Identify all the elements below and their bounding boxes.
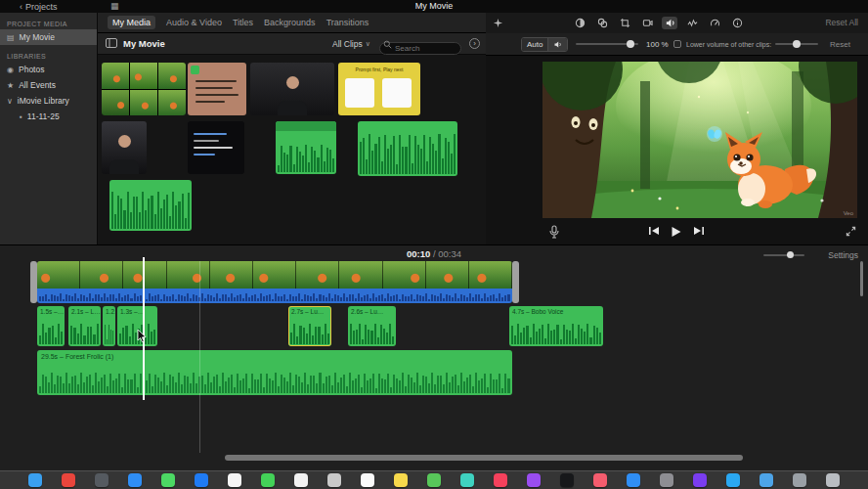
- media-thumbnail-document[interactable]: [188, 63, 246, 115]
- next-frame-button[interactable]: [693, 226, 705, 236]
- audio-clip-1[interactable]: 1.5s –…: [37, 306, 65, 346]
- tab-audio-video[interactable]: Audio & Video: [166, 18, 222, 27]
- dock: [0, 470, 868, 489]
- audio-clip-3[interactable]: 1.2…: [103, 306, 115, 346]
- volume-slider-knob[interactable]: [627, 40, 634, 48]
- timeline-header: 00:10 / 00:34 Settings: [0, 245, 868, 262]
- media-thumbnail-audio-waveform[interactable]: [358, 121, 457, 176]
- sidebar-item-imovie-library[interactable]: ∨ iMovie Library: [0, 93, 97, 109]
- dock-app-mail[interactable]: [195, 473, 208, 487]
- info-icon[interactable]: [729, 17, 745, 29]
- color-correction-icon[interactable]: [594, 17, 610, 29]
- sidebar-item-my-movie[interactable]: ▤ My Movie: [0, 29, 97, 45]
- arrow-circle-icon[interactable]: ›: [469, 38, 480, 49]
- lower-volume-label: Lower volume of other clips:: [686, 41, 771, 48]
- waveform: [511, 322, 601, 344]
- dock-app-downloads[interactable]: [793, 473, 806, 487]
- tab-transitions[interactable]: Transitions: [326, 18, 369, 27]
- play-button[interactable]: [670, 226, 682, 238]
- fullscreen-icon[interactable]: [846, 226, 856, 237]
- timeline-settings-button[interactable]: Settings: [828, 250, 858, 260]
- dock-app-keynote[interactable]: [726, 473, 740, 487]
- reset-button[interactable]: Reset: [830, 40, 850, 49]
- dock-app-notes[interactable]: [394, 473, 408, 487]
- dock-app-finder[interactable]: [28, 473, 42, 487]
- previous-frame-button[interactable]: [648, 226, 660, 236]
- horizontal-scrollbar[interactable]: [225, 455, 743, 461]
- color-balance-icon[interactable]: [572, 17, 587, 29]
- dock-app-find-my[interactable]: [460, 473, 474, 487]
- timeline: 00:10 / 00:34 Settings 1.5s –… 2.1s – L……: [0, 244, 868, 470]
- reset-all-button[interactable]: Reset All: [825, 18, 858, 27]
- dock-app-maps[interactable]: [427, 473, 441, 487]
- media-thumbnail-presenter-portrait[interactable]: [102, 121, 147, 174]
- clip-size-slider-knob[interactable]: [787, 251, 794, 258]
- dock-app-folder[interactable]: [760, 473, 773, 487]
- browser-event-title: My Movie: [123, 38, 165, 49]
- dock-app-imovie[interactable]: [693, 473, 707, 487]
- volume-slider[interactable]: [576, 37, 638, 50]
- dock-app-calendar[interactable]: [294, 473, 308, 487]
- dock-app-trash[interactable]: [826, 473, 840, 487]
- speed-icon[interactable]: [707, 17, 722, 29]
- auto-label[interactable]: Auto: [522, 38, 547, 51]
- speaker-icon[interactable]: [547, 38, 567, 51]
- microphone-icon[interactable]: [548, 225, 560, 239]
- photos-icon: ◉: [7, 66, 14, 74]
- sidebar-item-photos[interactable]: ◉ Photos: [0, 62, 97, 77]
- media-thumbnail-audio-waveform[interactable]: [109, 180, 192, 231]
- filmstrip-frame: [167, 261, 210, 289]
- dock-app-messages[interactable]: [161, 473, 175, 487]
- stabilization-icon[interactable]: [639, 17, 655, 29]
- dock-app-siri[interactable]: [62, 473, 75, 487]
- clip-trim-handle-right[interactable]: [512, 261, 519, 303]
- audio-clip-6[interactable]: 2.6s – Lu…: [348, 306, 396, 346]
- tab-my-media[interactable]: My Media: [108, 16, 155, 29]
- lower-volume-slider-knob[interactable]: [793, 40, 801, 48]
- sidebar-toggle-icon[interactable]: [106, 38, 117, 48]
- lower-volume-checkbox[interactable]: [673, 40, 681, 48]
- audio-clip-5-selected[interactable]: 2.7s – Lu…: [288, 306, 331, 346]
- dock-app-reminders[interactable]: [361, 473, 374, 487]
- sidebar-item-event-11-11-25[interactable]: ▪ 11-11-25: [0, 109, 97, 124]
- media-thumbnail-presenter-wide[interactable]: [250, 63, 334, 115]
- clip-trim-handle-left[interactable]: [30, 261, 37, 303]
- libraries-heading: LIBRARIES: [7, 53, 97, 60]
- crop-icon[interactable]: [617, 17, 632, 29]
- dock-app-tv[interactable]: [560, 473, 574, 487]
- background-music-clip[interactable]: 29.5s – Forest Frolic (1): [37, 350, 512, 395]
- dock-app-app-store[interactable]: [627, 473, 640, 487]
- video-audio-track[interactable]: [37, 289, 512, 303]
- enhance-icon[interactable]: [490, 17, 505, 29]
- volume-icon[interactable]: [662, 17, 677, 29]
- tab-titles[interactable]: Titles: [233, 18, 253, 27]
- dock-app-music[interactable]: [494, 473, 507, 487]
- lower-volume-slider[interactable]: [775, 37, 818, 50]
- dock-app-podcasts[interactable]: [527, 473, 541, 487]
- dock-app-contacts[interactable]: [327, 473, 341, 487]
- tab-backgrounds[interactable]: Backgrounds: [264, 18, 316, 27]
- titlebar: ‹ Projects ▦ My Movie: [0, 0, 868, 13]
- playhead[interactable]: [143, 257, 145, 400]
- media-thumbnail-screen-recording[interactable]: [188, 121, 244, 174]
- dock-app-photos[interactable]: [228, 473, 241, 487]
- video-preview[interactable]: Veo: [542, 62, 857, 218]
- timeline-filmstrip[interactable]: [37, 261, 512, 289]
- media-thumbnail-audio-clip[interactable]: [276, 121, 336, 174]
- media-thumbnail-promo-cards[interactable]: Prompt first, Play next: [338, 63, 420, 115]
- filmstrip-frame: [426, 261, 469, 289]
- dock-app-launchpad[interactable]: [95, 473, 108, 487]
- audio-clip-2[interactable]: 2.1s – L…: [68, 306, 101, 346]
- dock-app-safari[interactable]: [128, 473, 142, 487]
- clips-filter-dropdown[interactable]: All Clips ∨: [332, 39, 370, 49]
- volume-auto-control[interactable]: Auto: [521, 37, 568, 52]
- clip-size-slider[interactable]: [763, 248, 804, 261]
- dock-app-settings[interactable]: [660, 473, 673, 487]
- vertical-scrollbar[interactable]: [860, 261, 863, 296]
- media-thumbnail-fox-scenes[interactable]: [102, 63, 186, 115]
- audio-clip-7[interactable]: 4.7s – Bobo Voice: [509, 306, 603, 346]
- dock-app-facetime[interactable]: [261, 473, 275, 487]
- sidebar-item-all-events[interactable]: ★ All Events: [0, 77, 97, 93]
- dock-app-news[interactable]: [593, 473, 607, 487]
- noise-reduction-icon[interactable]: [684, 17, 700, 29]
